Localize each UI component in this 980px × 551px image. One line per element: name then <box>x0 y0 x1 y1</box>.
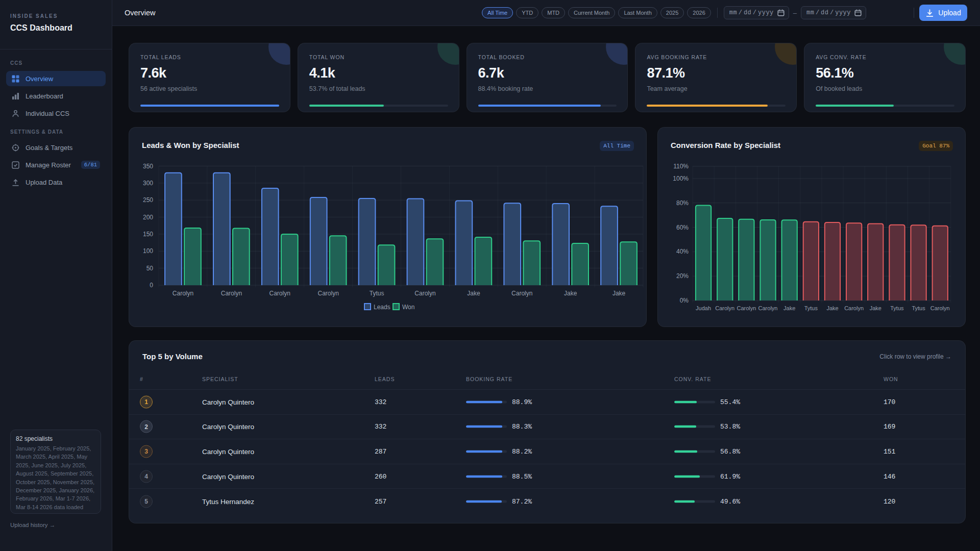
svg-text:Carolyn: Carolyn <box>737 305 756 311</box>
svg-text:Jake: Jake <box>564 290 577 297</box>
svg-text:80%: 80% <box>676 199 689 207</box>
svg-text:Tytus: Tytus <box>804 305 818 311</box>
svg-text:Won: Won <box>402 304 414 311</box>
svg-text:Jake: Jake <box>612 290 626 297</box>
svg-text:Jake: Jake <box>870 305 881 311</box>
svg-text:Carolyn: Carolyn <box>221 290 242 297</box>
svg-text:Leads: Leads <box>374 304 390 311</box>
svg-text:Tytus: Tytus <box>890 305 904 311</box>
svg-text:110%: 110% <box>673 163 689 170</box>
svg-text:Jake: Jake <box>826 305 838 311</box>
svg-text:100: 100 <box>143 247 153 255</box>
svg-text:0: 0 <box>150 282 153 289</box>
svg-text:20%: 20% <box>676 272 689 280</box>
svg-text:Jake: Jake <box>467 290 480 297</box>
svg-text:60%: 60% <box>676 224 689 231</box>
svg-text:Carolyn: Carolyn <box>270 290 290 297</box>
svg-text:Carolyn: Carolyn <box>844 305 864 311</box>
svg-text:300: 300 <box>143 180 153 187</box>
svg-text:Carolyn: Carolyn <box>414 290 435 297</box>
svg-text:Carolyn: Carolyn <box>318 290 339 297</box>
svg-text:150: 150 <box>143 231 153 238</box>
svg-text:Carolyn: Carolyn <box>758 305 778 311</box>
svg-text:Carolyn: Carolyn <box>173 290 193 297</box>
svg-text:250: 250 <box>143 196 153 204</box>
svg-text:Carolyn: Carolyn <box>715 305 734 311</box>
svg-text:Carolyn: Carolyn <box>511 290 532 297</box>
svg-text:Carolyn: Carolyn <box>930 305 950 311</box>
svg-text:Jake: Jake <box>783 305 795 311</box>
svg-text:Tytus: Tytus <box>370 290 384 297</box>
svg-text:Judah: Judah <box>696 305 711 311</box>
svg-text:350: 350 <box>143 163 153 170</box>
svg-text:0%: 0% <box>680 297 689 304</box>
svg-text:100%: 100% <box>673 175 689 182</box>
svg-text:40%: 40% <box>676 248 689 255</box>
svg-text:200: 200 <box>143 214 153 221</box>
svg-text:Tytus: Tytus <box>912 305 925 311</box>
svg-text:50: 50 <box>146 265 154 272</box>
